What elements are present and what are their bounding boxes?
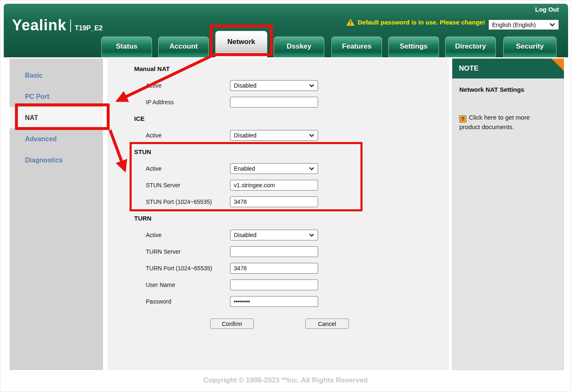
chevron-down-icon (309, 84, 314, 87)
password-warning: ! Default password is in use. Please cha… (346, 19, 485, 26)
language-select[interactable]: English (English) (488, 20, 559, 30)
cancel-button[interactable]: Cancel (305, 318, 349, 329)
field-label: Active (107, 132, 230, 139)
field-label: TURN Server (107, 248, 230, 255)
field-label: Active (107, 165, 230, 172)
help-link-text: Click here to get more product documents… (459, 114, 530, 130)
tab-features[interactable]: Features (331, 37, 382, 57)
stun-active-row: Active Enabled (107, 160, 449, 177)
sidebar-item-diagnostics[interactable]: Diagnostics (10, 149, 103, 171)
ice-active-row: Active Disabled (107, 127, 449, 144)
password-input[interactable] (230, 296, 318, 307)
stun-active-select[interactable]: Enabled (230, 163, 318, 174)
ip-address-row: IP Address (107, 94, 449, 110)
turn-active-row: Active Disabled (107, 227, 449, 243)
logout-link[interactable]: Log Out (535, 6, 559, 13)
turn-port-input[interactable] (230, 263, 318, 274)
select-value: Enabled (234, 165, 255, 172)
note-panel: Network NAT Settings ?Click here to get … (452, 78, 564, 370)
tab-dsskey[interactable]: Dsskey (274, 37, 324, 57)
sidebar-item-basic[interactable]: Basic (10, 65, 103, 86)
stun-server-row: STUN Server (107, 177, 449, 194)
field-label: User Name (107, 282, 230, 288)
logo-divider (70, 20, 71, 32)
tab-security[interactable]: Security (503, 37, 556, 57)
warning-icon: ! (346, 19, 355, 26)
question-mark-icon: ? (459, 115, 466, 122)
ice-active-select[interactable]: Disabled (230, 130, 318, 141)
chevron-down-icon (309, 167, 314, 170)
sidebar-item-pc-port[interactable]: PC Port (10, 86, 103, 107)
yealink-admin-page: Log Out ! Default password is in use. Pl… (0, 0, 571, 392)
section-title-stun: STUN (134, 144, 449, 160)
turn-server-input[interactable] (230, 246, 318, 257)
password-row: Password (107, 293, 449, 310)
stun-port-row: STUN Port (1024~65535) (107, 194, 449, 210)
tab-status[interactable]: Status (101, 37, 152, 57)
select-value: Disabled (234, 232, 256, 238)
section-title-ice: ICE (134, 110, 449, 127)
tab-directory[interactable]: Directory (445, 37, 496, 57)
stun-server-input[interactable] (230, 180, 318, 191)
model-name: T19P_E2 (75, 24, 103, 32)
product-docs-link[interactable]: ?Click here to get more product document… (459, 113, 540, 131)
manual-nat-active-row: Active Disabled (107, 77, 449, 94)
field-label: STUN Port (1024~65535) (107, 198, 230, 205)
tab-account[interactable]: Account (158, 37, 209, 57)
manual-nat-active-select[interactable]: Disabled (230, 80, 318, 91)
note-heading: Network NAT Settings (459, 86, 557, 93)
select-value: Disabled (234, 132, 256, 139)
warning-text: Default password is in use. Please chang… (358, 19, 485, 26)
confirm-button[interactable]: Confirm (210, 318, 254, 329)
language-selected-value: English (English) (492, 22, 536, 28)
field-label: TURN Port (1024~65535) (107, 265, 230, 272)
header: Log Out ! Default password is in use. Pl… (4, 4, 568, 57)
field-label: Active (107, 82, 230, 89)
sidebar-item-nat[interactable]: NAT (10, 107, 103, 128)
field-label: Password (107, 298, 230, 305)
turn-server-row: TURN Server (107, 243, 449, 260)
select-value: Disabled (234, 82, 256, 89)
brand: Yealink T19P_E2 (12, 18, 103, 33)
sidebar: Basic PC Port NAT Advanced Diagnostics (10, 59, 103, 370)
sidebar-item-advanced[interactable]: Advanced (10, 128, 103, 149)
yealink-logo: Yealink (12, 18, 66, 33)
nat-settings-form: Manual NAT Active Disabled IP Address IC… (107, 59, 449, 370)
user-name-row: User Name (107, 277, 449, 293)
stun-port-input[interactable] (230, 196, 318, 207)
ip-address-input[interactable] (230, 97, 318, 108)
field-label: Active (107, 232, 230, 238)
note-panel-header: NOTE (452, 59, 564, 78)
tab-network[interactable]: Network (215, 31, 267, 57)
chevron-down-icon (309, 134, 314, 137)
user-name-input[interactable] (230, 279, 318, 290)
turn-port-row: TURN Port (1024~65535) (107, 260, 449, 277)
copyright-text: Copyright © 1998-2023 **Inc. All Rights … (0, 376, 571, 385)
field-label: IP Address (107, 99, 230, 105)
turn-active-select[interactable]: Disabled (230, 230, 318, 240)
tab-settings[interactable]: Settings (388, 37, 439, 57)
folded-corner-icon (551, 59, 564, 71)
form-buttons: Confirm Cancel (107, 315, 449, 334)
field-label: STUN Server (107, 182, 230, 189)
section-title-turn: TURN (134, 210, 449, 227)
section-title-manual-nat: Manual NAT (134, 61, 449, 77)
chevron-down-icon (309, 233, 314, 237)
chevron-down-icon (549, 23, 555, 27)
